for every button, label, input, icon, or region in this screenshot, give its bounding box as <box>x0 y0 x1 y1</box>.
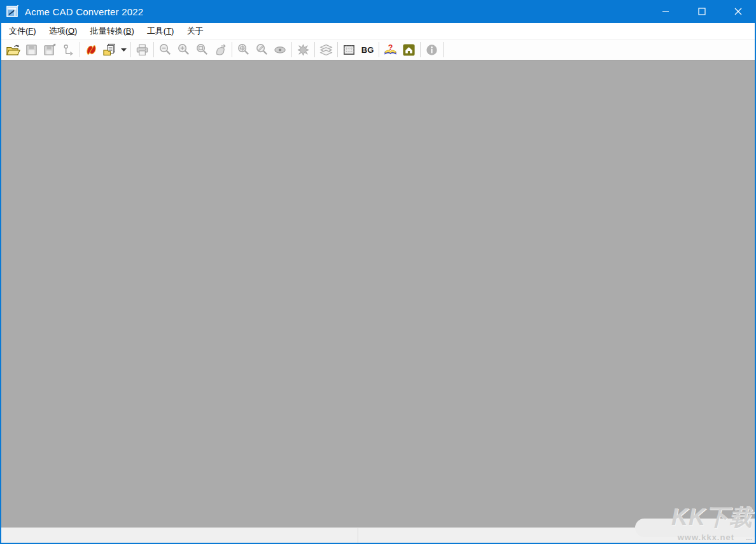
layers-button <box>317 41 335 59</box>
zoom-previous-icon <box>255 43 269 57</box>
window-controls <box>647 0 756 23</box>
home-icon <box>402 43 416 57</box>
svg-text:?: ? <box>388 43 393 52</box>
explode-button <box>294 41 312 59</box>
window-title: Acme CAD Converter 2022 <box>25 6 143 17</box>
pan-hand-icon <box>213 43 228 57</box>
status-bar <box>1 527 755 543</box>
toolbar-separator <box>337 42 338 57</box>
batch-convert-icon <box>102 43 117 57</box>
print-button <box>133 41 151 59</box>
export-plot-icon <box>61 43 76 57</box>
save-as-button <box>41 41 59 59</box>
close-icon <box>734 8 742 15</box>
title-bar: Acme CAD Converter 2022 <box>0 0 756 23</box>
help-book-icon: ? <box>383 43 398 57</box>
pan-button <box>211 41 230 59</box>
eye-icon <box>273 43 288 57</box>
toolbar-separator <box>153 42 154 57</box>
zoom-in-icon <box>176 43 191 57</box>
printer-icon <box>135 43 150 57</box>
close-button[interactable] <box>720 0 756 23</box>
menu-about[interactable]: 关于 <box>180 23 209 39</box>
bg-toggle-label: BG <box>361 45 374 55</box>
open-file-button[interactable] <box>4 41 22 59</box>
maximize-icon <box>698 8 706 15</box>
zoom-window-button <box>193 41 211 59</box>
save-as-icon <box>43 43 57 57</box>
export-plot-button <box>59 41 78 59</box>
home-website-button[interactable] <box>400 41 418 59</box>
zoom-window-icon <box>195 43 209 57</box>
zoom-extents-button <box>234 41 253 59</box>
toolbar-separator <box>291 42 292 57</box>
toolbar-separator <box>130 42 131 57</box>
zoom-out-button <box>156 41 174 59</box>
zoom-extents-icon <box>236 43 251 57</box>
batch-convert-button[interactable] <box>101 41 119 59</box>
menu-tools[interactable]: 工具(T) <box>141 23 181 39</box>
menu-file[interactable]: 文件(F) <box>3 23 43 39</box>
zoom-out-icon <box>158 43 172 57</box>
save-floppy-icon <box>24 43 39 57</box>
zoom-in-button <box>174 41 193 59</box>
minimize-button[interactable] <box>647 0 683 23</box>
raster-grid-button <box>340 41 358 59</box>
layers-icon <box>319 43 333 57</box>
burst-icon <box>296 43 311 57</box>
toolbar-separator <box>80 42 80 57</box>
toolbar-separator <box>314 42 315 57</box>
convert-to-pdf-button[interactable] <box>82 41 101 59</box>
maximize-button[interactable] <box>683 0 720 23</box>
menu-batch-convert[interactable]: 批量转换(B) <box>83 23 140 39</box>
toolbar-separator <box>443 42 444 57</box>
pdf-icon <box>84 43 99 57</box>
menu-bar: 文件(F) 选项(O) 批量转换(B) 工具(T) 关于 <box>1 23 755 39</box>
help-button[interactable]: ? <box>381 41 400 59</box>
about-info-button[interactable] <box>423 41 441 59</box>
batch-convert-dropdown-button[interactable] <box>119 41 129 59</box>
status-pane-left <box>1 528 358 543</box>
background-color-toggle-button[interactable]: BG <box>358 41 377 59</box>
open-folder-icon <box>6 43 20 57</box>
toolbar: BG ? <box>1 39 755 60</box>
status-pane-right <box>358 528 755 543</box>
zoom-previous-button <box>253 41 271 59</box>
grid-icon <box>342 43 356 57</box>
toolbar-separator <box>420 42 421 57</box>
toolbar-separator <box>379 42 379 57</box>
menu-options[interactable]: 选项(O) <box>43 23 84 39</box>
minimize-icon <box>662 8 669 15</box>
view-eye-button <box>271 41 290 59</box>
info-icon <box>424 43 439 57</box>
app-logo-icon <box>6 5 19 18</box>
drawing-canvas <box>1 60 755 527</box>
save-button <box>22 41 41 59</box>
toolbar-separator <box>232 42 232 57</box>
app-window: Acme CAD Converter 2022 文件(F) 选项(O) 批量转换… <box>0 0 756 544</box>
chevron-down-icon <box>121 48 127 52</box>
